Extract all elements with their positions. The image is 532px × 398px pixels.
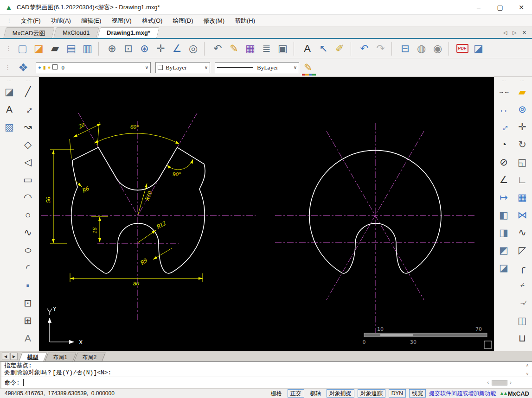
toolbar-icon-redline-pencil[interactable]: ✎	[226, 41, 242, 57]
toolbar-icon-web-open[interactable]: ◉	[429, 41, 446, 57]
toolbar-icon-insert-image[interactable]: ◪	[470, 41, 487, 57]
scroll-down-icon[interactable]: ∨	[526, 372, 528, 377]
tool-point-tool[interactable]: ▪	[20, 278, 35, 292]
menu-item-function[interactable]: 功能(A)	[46, 15, 76, 26]
tool-dim-angular[interactable]: ∠	[496, 172, 511, 187]
toolbar-icon-select-objects[interactable]: ↖	[315, 41, 332, 57]
doc-tab-drawing1[interactable]: Drawing1.mxg*	[97, 27, 160, 38]
feedback-link[interactable]: 提交软件问题或增加新功能	[429, 390, 496, 398]
tab-scroll-right-icon[interactable]: ▷	[513, 30, 516, 36]
toolbar-icon-mtext-edit[interactable]: ≣	[258, 41, 275, 57]
color-select[interactable]: ByLayer ∨	[155, 62, 210, 73]
toolbar-icon-undo[interactable]: ↶	[356, 41, 372, 57]
tool-construction-line-tool[interactable]: ↔	[20, 101, 35, 116]
maximize-button[interactable]: ▢	[489, 0, 511, 14]
status-toggle-osnap[interactable]: 对象捕捉	[327, 389, 354, 398]
toolbar-icon-open-cloud-drawing[interactable]: ◪	[31, 41, 47, 57]
tool-fit-curve[interactable]: ∿	[515, 225, 530, 240]
tool-dim-linear[interactable]: ↔	[496, 101, 511, 116]
tool-array[interactable]: ▦	[515, 190, 530, 204]
toolbar-icon-zoom-previous[interactable]: ↶	[210, 41, 226, 57]
toolbar-icon-format-brush[interactable]: ✐	[332, 41, 348, 57]
tool-dim-radius[interactable]: ◔	[496, 137, 511, 152]
scroll-right-icon[interactable]: ›	[509, 380, 513, 385]
tool-join[interactable]: ⊔	[515, 330, 530, 345]
scroll-left-icon[interactable]: ‹	[487, 380, 490, 385]
scrollbar-thumb[interactable]	[492, 380, 507, 385]
status-toggle-ortho[interactable]: 正交	[288, 389, 304, 398]
tool-copy[interactable]: ⊚	[515, 101, 530, 116]
toolbar-icon-zoom-extents[interactable]: ⊛	[136, 41, 153, 57]
tool-create-block-tool[interactable]: ⊞	[20, 313, 35, 328]
menu-item-draw[interactable]: 绘图(D)	[167, 15, 198, 26]
tool-line-tool[interactable]: ╱	[20, 84, 35, 99]
layout-tab-model[interactable]: 模型	[19, 353, 47, 361]
tool-rotate[interactable]: ↻	[515, 137, 530, 152]
layer-flag-icon-layer-on[interactable]: ●	[48, 65, 51, 70]
scroll-up-icon[interactable]: ∧	[526, 363, 528, 368]
tool-offset[interactable]: ∟	[515, 172, 530, 187]
tool-insert-block-tool[interactable]: ⊡	[20, 295, 35, 310]
tool-irregular-polygon-tool[interactable]: ◁	[20, 154, 35, 169]
doc-tab-mxcad-cloud[interactable]: MxCAD云图	[3, 27, 55, 38]
tool-draworder-below[interactable]: ◪	[496, 260, 511, 275]
status-toggle-lineweight[interactable]: 线宽	[409, 389, 426, 398]
command-input[interactable]: 命令: ‹ ›	[0, 377, 532, 388]
status-toggle-dyn[interactable]: DYN	[389, 389, 406, 398]
toolbar-icon-export-pdf[interactable]: PDF	[454, 41, 470, 57]
tool-polygon-tool[interactable]: ◇	[20, 137, 35, 152]
menu-item-file[interactable]: 文件(F)	[16, 15, 46, 26]
layer-select[interactable]: ●▮● 0 ∨	[36, 62, 151, 73]
menu-item-modify[interactable]: 修改(M)	[198, 15, 230, 26]
tool-polyline-tool[interactable]: ↝	[20, 119, 35, 134]
tab-scroll-left-icon[interactable]: ◁	[503, 30, 507, 36]
tool-text-tool[interactable]: A	[20, 330, 35, 345]
layers-icon[interactable]: ❖	[15, 61, 31, 74]
layer-flag-icon-layer-visible[interactable]: ●	[38, 65, 41, 70]
tool-ellipse-tool[interactable]: ○	[20, 242, 35, 257]
draw-color-pencil-icon[interactable]: ✎	[304, 62, 312, 74]
minimize-button[interactable]: –	[468, 0, 489, 14]
toolbar-icon-text-style[interactable]: A	[299, 41, 315, 57]
menu-item-edit[interactable]: 编辑(E)	[76, 15, 106, 26]
tool-mirror[interactable]: ⋈	[515, 207, 530, 222]
tool-dim-break[interactable]: →←	[496, 84, 511, 99]
tool-rectangle-tool[interactable]: ▭	[20, 172, 35, 187]
layer-flag-icon-layer-color[interactable]	[52, 64, 58, 70]
toolbar-icon-open-file[interactable]: ▰	[47, 41, 63, 57]
drawing-svg[interactable]: 60° 20 56 R6 R19 90° 16 R12 R9 80	[39, 77, 494, 351]
tool-spline-tool[interactable]: ∿	[20, 225, 35, 240]
tool-erase[interactable]: ▰	[515, 84, 530, 99]
layout-scroll-right-icon[interactable]: ▶	[10, 353, 18, 360]
status-toggle-polar[interactable]: 极轴	[308, 390, 323, 397]
part-geometry[interactable]	[71, 147, 441, 273]
toolbar-icon-zoom-window[interactable]: ⊡	[120, 41, 136, 57]
tool-scale[interactable]: ◱	[515, 154, 530, 169]
layout-tab-layout2[interactable]: 布局2	[74, 353, 105, 361]
status-toggle-grid[interactable]: 栅格	[269, 390, 284, 397]
layout-scroll-left-icon[interactable]: ◀	[2, 353, 9, 360]
tool-box-3d[interactable]: ◫	[515, 313, 530, 328]
menu-item-help[interactable]: 帮助(H)	[230, 15, 260, 26]
menu-item-format[interactable]: 格式(O)	[137, 15, 168, 26]
tool-chamfer[interactable]: ◸	[515, 242, 530, 257]
toolbar-icon-zoom-dynamic[interactable]: ⊕	[104, 41, 120, 57]
toolbar-icon-ucs-axes[interactable]: ∠	[169, 41, 185, 57]
tool-dim-continue[interactable]: ↦	[496, 190, 511, 204]
tool-insert-image-tool[interactable]: ◪	[2, 84, 17, 99]
toolbar-icon-property-palette[interactable]: ▦	[242, 41, 258, 57]
toolbar-icon-print[interactable]: ⊟	[397, 41, 413, 57]
tool-arc-tool[interactable]: ◠	[20, 190, 35, 204]
toolbar-icon-web-publish[interactable]: ◍	[413, 41, 429, 57]
tool-fillet[interactable]: ╭	[515, 260, 530, 275]
tool-dim-aligned[interactable]: ↔	[496, 119, 511, 134]
tool-hatch-tool[interactable]: ▨	[2, 119, 17, 134]
toolbar-icon-save[interactable]: ▤	[63, 41, 79, 57]
tool-draworder-above[interactable]: ◩	[496, 242, 511, 257]
close-button[interactable]: ✕	[511, 0, 532, 14]
chevron-down-icon[interactable]: ∨	[142, 65, 148, 70]
linetype-select[interactable]: ByLayer ∨	[215, 62, 299, 73]
layout-tab-layout1[interactable]: 布局1	[45, 353, 76, 361]
layer-flag-icon-layer-lock[interactable]: ▮	[43, 65, 46, 70]
toolbar-icon-page-setup[interactable]: ▣	[275, 41, 291, 57]
